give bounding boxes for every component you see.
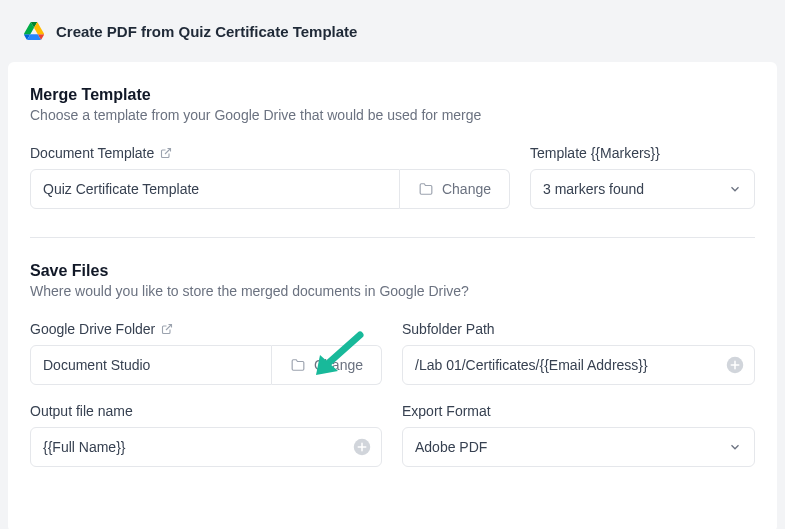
output-filename-label: Output file name — [30, 403, 382, 419]
export-format-select[interactable]: Adobe PDF — [402, 427, 755, 467]
page-title: Create PDF from Quiz Certificate Templat… — [56, 23, 357, 40]
template-markers-value: 3 markers found — [543, 181, 644, 197]
output-filename-input[interactable]: {{Full Name}} — [30, 427, 382, 467]
subfolder-path-input[interactable]: /Lab 01/Certificates/{{Email Address}} — [402, 345, 755, 385]
document-template-label: Document Template — [30, 145, 510, 161]
chevron-down-icon — [728, 440, 742, 454]
subfolder-path-value: /Lab 01/Certificates/{{Email Address}} — [415, 357, 648, 373]
change-template-label: Change — [442, 181, 491, 197]
document-template-label-text: Document Template — [30, 145, 154, 161]
save-files-title: Save Files — [30, 262, 755, 280]
chevron-down-icon — [728, 182, 742, 196]
template-markers-label: Template {{Markers}} — [530, 145, 755, 161]
save-files-subtitle: Where would you like to store the merged… — [30, 283, 755, 299]
header-bar: Create PDF from Quiz Certificate Templat… — [0, 0, 785, 62]
svg-line-0 — [165, 149, 171, 155]
subfolder-path-label: Subfolder Path — [402, 321, 755, 337]
external-link-icon[interactable] — [161, 323, 173, 335]
divider — [30, 237, 755, 238]
change-folder-button[interactable]: Change — [272, 345, 382, 385]
change-template-button[interactable]: Change — [400, 169, 510, 209]
folder-icon — [290, 358, 306, 372]
merge-template-subtitle: Choose a template from your Google Drive… — [30, 107, 755, 123]
drive-folder-input[interactable]: Document Studio — [30, 345, 272, 385]
main-card: Merge Template Choose a template from yo… — [8, 62, 777, 529]
merge-template-title: Merge Template — [30, 86, 755, 104]
plus-circle-icon[interactable] — [726, 356, 744, 374]
folder-icon — [418, 182, 434, 196]
plus-circle-icon[interactable] — [353, 438, 371, 456]
drive-folder-label-text: Google Drive Folder — [30, 321, 155, 337]
template-markers-select[interactable]: 3 markers found — [530, 169, 755, 209]
svg-line-1 — [166, 325, 172, 331]
export-format-label: Export Format — [402, 403, 755, 419]
export-format-value: Adobe PDF — [415, 439, 487, 455]
external-link-icon[interactable] — [160, 147, 172, 159]
document-template-input[interactable]: Quiz Certificate Template — [30, 169, 400, 209]
output-filename-value: {{Full Name}} — [43, 439, 126, 455]
change-folder-label: Change — [314, 357, 363, 373]
drive-folder-label: Google Drive Folder — [30, 321, 382, 337]
google-drive-icon — [24, 22, 44, 40]
